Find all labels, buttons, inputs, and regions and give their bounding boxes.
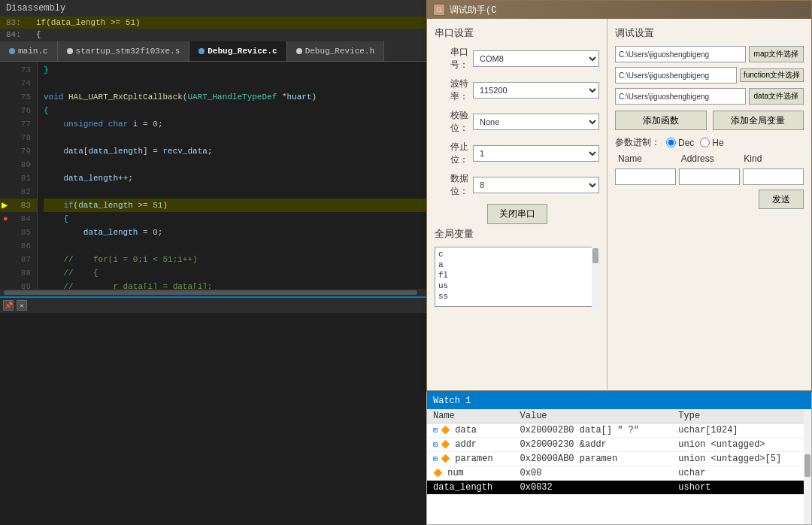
code-line-83: if(data_length >= 51): [44, 199, 426, 212]
data-file-btn[interactable]: data文件选择: [749, 88, 804, 105]
baud-row: 波特率： 115200: [435, 77, 599, 103]
address-col-header: Address: [678, 152, 741, 165]
close-btn[interactable]: ✕: [17, 300, 27, 311]
dec-label: Dec: [678, 138, 694, 148]
disasm-code-84: {: [36, 30, 41, 39]
watch-type-num: uchar: [672, 466, 811, 481]
baud-label: 波特率：: [435, 77, 468, 103]
code-area[interactable]: 73 74 75 76 77 78 79 80 81 82 ▶ 83 84 85…: [0, 62, 426, 289]
code-line-80: [44, 158, 426, 171]
tab-label-main-c: main.c: [18, 47, 48, 56]
disasm-code-83: if(data_length >= 51): [36, 18, 141, 27]
tab-debug-revice-c[interactable]: Debug_Revice.c: [189, 41, 286, 61]
global-var-scrollbar[interactable]: [592, 247, 599, 307]
disasm-line-num-84: 84:: [6, 30, 36, 39]
watch-type-paramen: union <untagged>[5]: [672, 452, 811, 466]
code-content[interactable]: } void HAL_UART_RxCpltCallback(UART_Hand…: [38, 62, 426, 289]
params-row: 参数进制： Dec He: [615, 136, 804, 149]
code-line-81: data_length++;: [44, 171, 426, 185]
params-label: 参数进制：: [615, 136, 660, 149]
hex-radio[interactable]: [700, 138, 710, 147]
dec-radio[interactable]: [666, 138, 676, 147]
code-line-86: [44, 239, 426, 253]
close-port-button[interactable]: 关闭串口: [487, 204, 547, 224]
stop-label: 停止位：: [435, 141, 468, 166]
name-input[interactable]: [615, 168, 676, 185]
dialog-title: 调试助手(C: [450, 4, 496, 17]
code-line-87: // for(i = 0;i < 51;i++): [44, 253, 426, 266]
map-file-btn[interactable]: map文件选择: [749, 46, 804, 62]
kind-input[interactable]: [743, 168, 804, 185]
code-line-84: {: [44, 212, 426, 226]
dialog-titlebar: □ 调试助手(C: [427, 1, 811, 19]
debug-settings-title: 调试设置: [615, 26, 804, 40]
h-scrollbar[interactable]: [0, 289, 426, 296]
tab-dot-startup: [67, 48, 73, 54]
gutter-77: 77: [0, 117, 37, 131]
dec-radio-label[interactable]: Dec: [666, 138, 694, 148]
code-line-77: unsigned char i = 0;: [44, 117, 426, 131]
hex-radio-label[interactable]: He: [700, 138, 723, 148]
pin-btn[interactable]: 📌: [3, 300, 14, 311]
address-input[interactable]: [679, 168, 740, 185]
watch-content[interactable]: Name Value Type ⊞🔶 data 0x200002B0 data[…: [427, 409, 811, 524]
parity-label: 校验位：: [435, 109, 468, 135]
code-line-88: // {: [44, 266, 426, 280]
expand-icon-data[interactable]: ⊞: [433, 426, 438, 435]
expand-icon-paramen[interactable]: ⊞: [433, 455, 438, 463]
tab-label-debug-h: Debug_Revice.h: [305, 47, 374, 56]
debug-dialog: □ 调试助手(C 串口设置 串口号： COM8 波特率： 115200 校验位：: [426, 0, 812, 391]
path-input-2[interactable]: [615, 67, 737, 83]
tab-main-c[interactable]: main.c: [0, 41, 58, 61]
disasm-line-num-83: 83:: [6, 18, 36, 27]
expand-icon-addr[interactable]: ⊞: [433, 441, 438, 449]
stop-select[interactable]: 1: [473, 145, 599, 162]
var-item-us: us: [437, 281, 597, 291]
global-var-scrollbar-thumb[interactable]: [592, 248, 598, 263]
send-button[interactable]: 发送: [759, 190, 804, 209]
watch-table: Name Value Type ⊞🔶 data 0x200002B0 data[…: [427, 409, 811, 495]
code-line-76: {: [44, 104, 426, 117]
watch-value-data-length: 0x0032: [514, 481, 673, 495]
parity-select[interactable]: None: [473, 114, 599, 130]
h-scrollbar-thumb[interactable]: [4, 290, 417, 295]
function-file-btn[interactable]: function文件选择: [740, 68, 804, 82]
tab-debug-revice-h[interactable]: Debug_Revice.h: [287, 41, 384, 61]
gutter-78: 78: [0, 131, 37, 144]
tab-startup[interactable]: startup_stm32f103xe.s: [58, 41, 190, 61]
port-settings-title: 串口设置: [435, 26, 599, 40]
port-select[interactable]: COM8: [473, 50, 599, 67]
gutter-76: 76: [0, 104, 37, 117]
global-var-container: c a fl us ss: [435, 247, 599, 307]
path-input-3[interactable]: [615, 88, 746, 105]
watch-col-value: Value: [514, 409, 673, 423]
tab-dot-debug-c: [198, 48, 205, 54]
gutter-88: 88: [0, 266, 37, 280]
watch-type-data-length: ushort: [672, 481, 811, 495]
watch-row-data: ⊞🔶 data 0x200002B0 data[] " ?" uchar[102…: [427, 423, 811, 438]
var-item-c: c: [437, 249, 597, 259]
add-global-var-button[interactable]: 添加全局变量: [713, 111, 804, 130]
watch-value-data: 0x200002B0 data[] " ?": [514, 423, 673, 438]
baud-select[interactable]: 115200: [473, 82, 599, 99]
code-line-89: // r_data[i] = data[i];: [44, 280, 426, 289]
action-buttons: 添加函数 添加全局变量: [615, 111, 804, 130]
path-row-3: data文件选择: [615, 88, 804, 105]
var-icon-num: 🔶: [433, 469, 442, 478]
gutter-80: 80: [0, 158, 37, 171]
kind-col-header: Kind: [741, 152, 804, 165]
add-function-button[interactable]: 添加函数: [615, 111, 707, 130]
path-input-1[interactable]: [615, 46, 746, 62]
bottom-panel: 📌 ✕: [0, 296, 426, 525]
data-select[interactable]: 8: [473, 177, 599, 193]
watch-scrollbar-thumb[interactable]: [804, 454, 810, 477]
data-row: 数据位： 8: [435, 172, 599, 198]
watch-name-num: 🔶 num: [427, 466, 514, 481]
gutter-82: 82: [0, 185, 37, 199]
gutter-86: 86: [0, 239, 37, 253]
line-gutter: 73 74 75 76 77 78 79 80 81 82 ▶ 83 84 85…: [0, 62, 38, 289]
watch-scrollbar[interactable]: [804, 409, 811, 524]
gutter-74: 74: [0, 77, 37, 90]
watch-panel: Watch 1 Name Value Type ⊞🔶 data 0x200002…: [426, 391, 812, 525]
global-var-list[interactable]: c a fl us ss: [435, 247, 599, 307]
